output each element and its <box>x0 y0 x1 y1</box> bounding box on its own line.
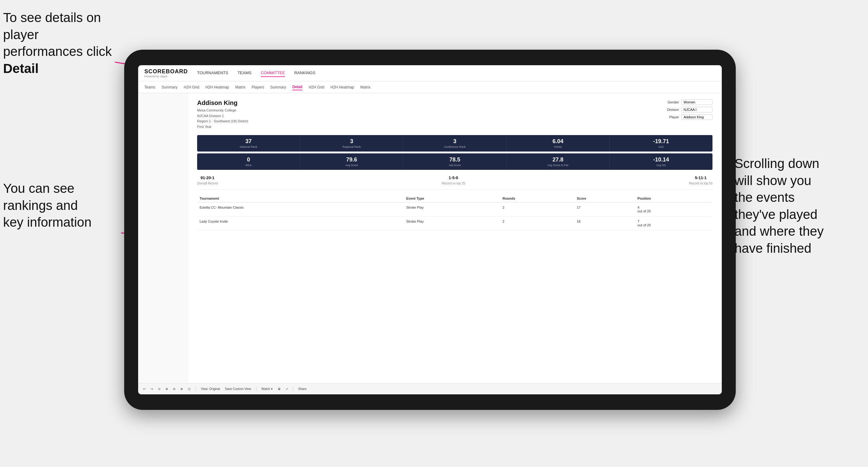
player-name: Addison King <box>197 99 248 106</box>
annotation-right-line5: and where they <box>735 224 824 239</box>
player-label: Player <box>669 115 679 119</box>
toolbar-monitor[interactable]: 🖥 <box>278 387 281 391</box>
toolbar-share[interactable]: Share <box>298 387 307 391</box>
annotation-rankings-line1: You can see <box>3 181 74 196</box>
col-position: Position <box>635 195 712 203</box>
tournament-table: Tournament Event Type Rounds Score Posit… <box>197 195 712 230</box>
annotation-right-line4: they've played <box>735 207 817 222</box>
logo-area: SCOREBOARD Powered by clippd <box>144 68 188 78</box>
cell-rounds-0: 2 <box>500 203 574 216</box>
record-item-0: 91-20-1Overall Record <box>197 176 218 186</box>
cell-tournament-1: Lady Coyote Invite <box>197 216 404 230</box>
subnav-teams[interactable]: Teams <box>144 85 155 90</box>
subnav-summary[interactable]: Summary <box>161 85 177 90</box>
stat-row2-cell-1: 79.6Avg Score <box>300 153 403 170</box>
annotation-rankings-line2: rankings and <box>3 198 78 213</box>
record-item-1: 1-5-0Record vs top 25 <box>442 176 465 186</box>
record-item-2: 5-11-1Record vs top 50 <box>689 176 712 186</box>
player-select[interactable]: Addison King <box>681 114 712 120</box>
player-year: First Year <box>197 124 248 130</box>
toolbar-sep2 <box>256 386 256 392</box>
stat-row1-cell-0: 37National Rank <box>197 135 300 152</box>
annotation-top-left-text: To see details on player performances cl… <box>3 10 112 59</box>
subnav-detail[interactable]: Detail <box>292 84 303 90</box>
sub-nav: Teams Summary H2H Grid H2H Heatmap Matri… <box>138 81 722 93</box>
subnav-players[interactable]: Players <box>251 85 264 90</box>
annotation-detail-bold: Detail <box>3 61 38 76</box>
annotation-rankings-line3: key information <box>3 215 92 229</box>
stat-row2-cell-2: 78.5Adj Score <box>403 153 506 170</box>
toolbar-expand[interactable]: ⤢ <box>286 387 288 391</box>
top-nav: SCOREBOARD Powered by clippd TOURNAMENTS… <box>138 65 722 81</box>
cell-event-type-1: Stroke Play <box>404 216 500 230</box>
nav-items: TOURNAMENTS TEAMS COMMITTEE RANKINGS <box>197 69 315 77</box>
annotation-right: Scrolling down will show you the events … <box>735 155 865 257</box>
nav-rankings[interactable]: RANKINGS <box>294 69 315 77</box>
player-college: Mesa Community College <box>197 108 248 113</box>
toolbar-btn4[interactable]: ⊗ <box>180 387 183 391</box>
col-score: Score <box>574 195 635 203</box>
annotation-top-left: To see details on player performances cl… <box>3 9 121 77</box>
subnav-h2h-heatmap[interactable]: H2H Heatmap <box>206 85 229 90</box>
gender-label: Gender <box>668 100 679 104</box>
player-control: Player Addison King <box>669 114 712 120</box>
cell-event-type-0: Stroke Play <box>404 203 500 216</box>
subnav-h2h-grid[interactable]: H2H Grid <box>184 85 199 90</box>
logo-subtitle: Powered by clippd <box>144 75 188 78</box>
toolbar-undo[interactable]: ↩ <box>143 387 146 391</box>
subnav-h2h-grid2[interactable]: H2H Grid <box>309 85 324 90</box>
division-select[interactable]: NJCAA I NJCAA II <box>681 107 712 113</box>
stat-row1-cell-4: -19.71SoS <box>610 135 712 152</box>
nav-committee[interactable]: COMMITTEE <box>261 69 285 77</box>
cell-tournament-0: Estella CC- Mountain Classic <box>197 203 404 216</box>
player-header: Addison King Mesa Community College NJCA… <box>197 99 712 129</box>
table-header-row: Tournament Event Type Rounds Score Posit… <box>197 195 712 203</box>
subnav-summary2[interactable]: Summary <box>270 85 286 90</box>
toolbar-time[interactable]: ◷ <box>188 387 191 391</box>
subnav-matrix2[interactable]: Matrix <box>361 85 371 90</box>
toolbar-sep3 <box>293 386 293 392</box>
table-row: Estella CC- Mountain Classic Stroke Play… <box>197 203 712 216</box>
subnav-matrix[interactable]: Matrix <box>235 85 246 90</box>
stat-row2-cell-0: 0Wins <box>197 153 300 170</box>
nav-teams[interactable]: TEAMS <box>238 69 251 77</box>
table-row: Lady Coyote Invite Stroke Play 2 16 7 ou… <box>197 216 712 230</box>
col-rounds: Rounds <box>500 195 574 203</box>
player-info: Addison King Mesa Community College NJCA… <box>197 99 248 129</box>
annotation-right-line2: will show you <box>735 173 811 188</box>
toolbar-redo[interactable]: ↪ <box>151 387 153 391</box>
toolbar-btn3[interactable]: ⊖ <box>173 387 176 391</box>
toolbar-sep1 <box>195 386 196 392</box>
player-region: Region 1 - Southwest (18) District <box>197 119 248 124</box>
bottom-toolbar: ↩ ↪ ⊙ ⊕ ⊖ ⊗ ◷ View: Original Save Custom… <box>138 383 722 394</box>
logo-title: SCOREBOARD <box>144 68 188 75</box>
gender-select[interactable]: Women Men <box>681 99 712 105</box>
toolbar-watch[interactable]: Watch ▾ <box>261 387 273 391</box>
col-tournament: Tournament <box>197 195 404 203</box>
player-controls: Gender Women Men Division NJCAA I <box>667 99 712 120</box>
division-label: Division <box>667 108 679 112</box>
cell-position-0: 4 out of 20 <box>635 203 712 216</box>
nav-tournaments[interactable]: TOURNAMENTS <box>197 69 228 77</box>
toolbar-view-original[interactable]: View: Original <box>201 387 220 391</box>
player-division: NJCAA Division 1 <box>197 113 248 119</box>
col-event-type: Event Type <box>404 195 500 203</box>
stat-row1-cell-2: 3Conference Rank <box>403 135 506 152</box>
detail-panel: Addison King Mesa Community College NJCA… <box>188 93 722 383</box>
toolbar-save-view[interactable]: Save Custom View <box>225 387 251 391</box>
stat-row1-cell-1: 3Regional Rank <box>300 135 403 152</box>
annotation-right-line6: have finished <box>735 241 811 255</box>
annotation-right-line1: Scrolling down <box>735 156 819 171</box>
cell-rounds-1: 2 <box>500 216 574 230</box>
annotation-right-line3: the events <box>735 190 795 205</box>
sidebar <box>138 93 188 383</box>
cell-position-1: 7 out of 20 <box>635 216 712 230</box>
subnav-h2h-heatmap2[interactable]: H2H Heatmap <box>330 85 354 90</box>
tablet-screen: SCOREBOARD Powered by clippd TOURNAMENTS… <box>138 65 722 394</box>
tablet-device: SCOREBOARD Powered by clippd TOURNAMENTS… <box>124 50 736 410</box>
stat-row2-cell-3: 27.8Avg Score to Par <box>507 153 610 170</box>
toolbar-btn2[interactable]: ⊕ <box>165 387 168 391</box>
stat-row1-cell-3: 6.04Points <box>507 135 610 152</box>
toolbar-btn1[interactable]: ⊙ <box>158 387 160 391</box>
gender-control: Gender Women Men <box>668 99 712 105</box>
